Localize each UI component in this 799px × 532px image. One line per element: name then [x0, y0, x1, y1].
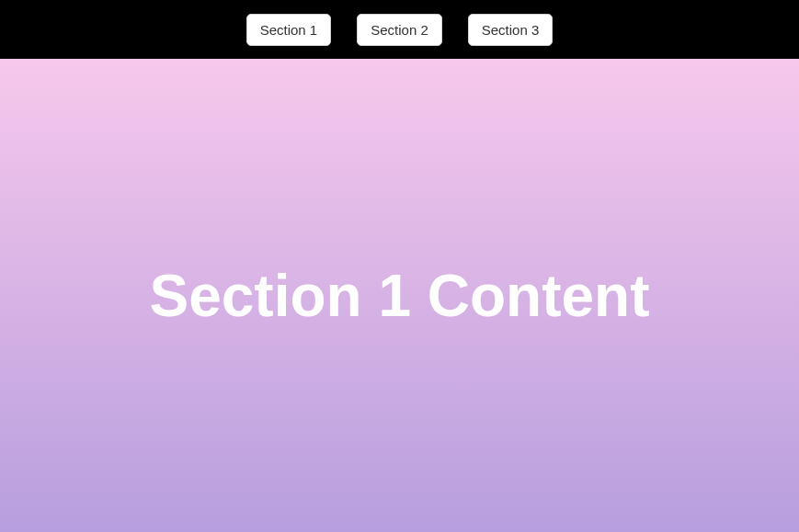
content-section: Section 1 Content [0, 59, 799, 532]
nav-bar: Section 1 Section 2 Section 3 [0, 0, 799, 59]
nav-button-section-1[interactable]: Section 1 [246, 14, 332, 46]
nav-button-section-3[interactable]: Section 3 [468, 14, 554, 46]
section-heading: Section 1 Content [149, 262, 649, 330]
nav-button-section-2[interactable]: Section 2 [357, 14, 442, 46]
